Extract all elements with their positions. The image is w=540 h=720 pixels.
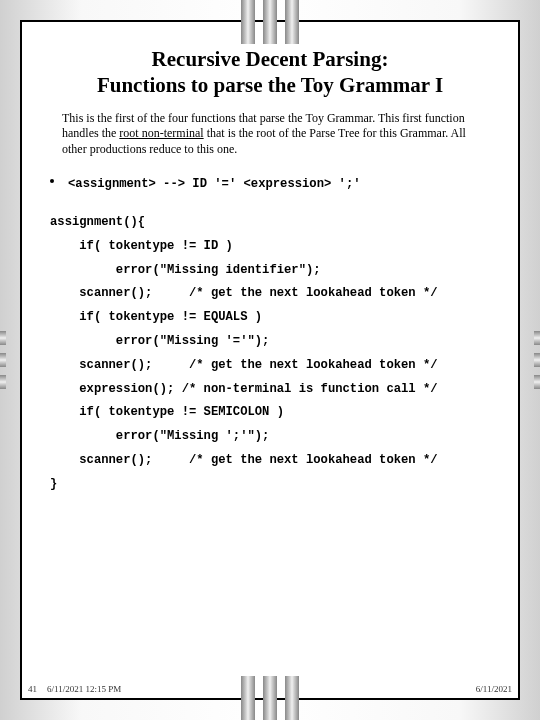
bump-decoration xyxy=(0,353,6,367)
bottom-pillars xyxy=(241,676,299,720)
bump-decoration xyxy=(534,375,540,389)
pillar-decoration xyxy=(285,676,299,720)
title-line-1: Recursive Decent Parsing: xyxy=(152,47,389,71)
right-bumps xyxy=(534,331,540,389)
footer-date-right: 6/11/2021 xyxy=(476,684,512,694)
intro-underlined: root non-terminal xyxy=(119,126,203,140)
pillar-decoration xyxy=(241,676,255,720)
slide-title: Recursive Decent Parsing: Functions to p… xyxy=(48,46,492,99)
title-line-2: Functions to parse the Toy Grammar I xyxy=(97,73,443,97)
grammar-rule: <assignment> --> ID '=' <expression> ';' xyxy=(68,173,361,197)
left-bumps xyxy=(0,331,6,389)
footer-timestamp: 6/11/2021 12:15 PM xyxy=(47,684,121,694)
bump-decoration xyxy=(534,353,540,367)
code-block: assignment(){ if( tokentype != ID ) erro… xyxy=(50,211,492,496)
top-pillars xyxy=(241,0,299,44)
bump-decoration xyxy=(0,331,6,345)
pillar-decoration xyxy=(263,676,277,720)
pillar-decoration xyxy=(263,0,277,44)
bullet-icon xyxy=(50,179,54,183)
intro-paragraph: This is the first of the four functions … xyxy=(62,111,478,158)
grammar-bullet: <assignment> --> ID '=' <expression> ';' xyxy=(50,173,492,197)
slide-frame: Recursive Decent Parsing: Functions to p… xyxy=(20,20,520,700)
pillar-decoration xyxy=(285,0,299,44)
page-number: 41 xyxy=(28,684,37,694)
pillar-decoration xyxy=(241,0,255,44)
bump-decoration xyxy=(534,331,540,345)
bump-decoration xyxy=(0,375,6,389)
